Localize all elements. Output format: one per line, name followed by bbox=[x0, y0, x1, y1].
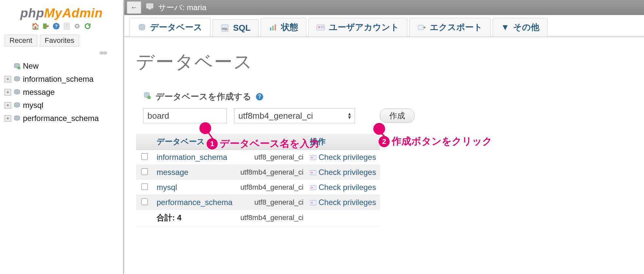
tab-recent[interactable]: Recent bbox=[5, 35, 37, 46]
chevron-down-icon: ▼ bbox=[501, 23, 509, 32]
db-icon bbox=[14, 76, 20, 82]
expand-icon[interactable]: + bbox=[5, 76, 11, 82]
left-sidebar: phpMyAdmin 🏠 ? ⚙ Recent Favorites bbox=[0, 0, 124, 274]
create-button[interactable]: 作成 bbox=[380, 109, 415, 123]
row-checkbox[interactable] bbox=[141, 183, 148, 190]
svg-rect-23 bbox=[275, 25, 276, 30]
tab-label: SQL bbox=[233, 23, 250, 33]
svg-rect-22 bbox=[272, 26, 274, 30]
tree-item-label: information_schema bbox=[23, 75, 93, 84]
svg-rect-38 bbox=[310, 200, 316, 205]
svg-rect-28 bbox=[418, 25, 423, 30]
row-collation: utf8mb4_general_ci bbox=[236, 180, 306, 195]
tab-export[interactable]: エクスポート bbox=[409, 18, 491, 36]
db-link[interactable]: mysql bbox=[157, 183, 177, 192]
tree-item[interactable]: + mysql bbox=[5, 99, 123, 112]
collation-select[interactable]: utf8mb4_general_ci bbox=[234, 108, 355, 123]
gear-icon[interactable]: ⚙ bbox=[73, 22, 81, 30]
expand-icon[interactable]: + bbox=[5, 115, 11, 122]
main-tabs: データベース SQL SQL 状態 ユーザアカウント bbox=[124, 15, 644, 37]
reload-icon[interactable] bbox=[84, 22, 92, 30]
home-icon[interactable]: 🏠 bbox=[31, 22, 39, 30]
new-db-icon: + bbox=[143, 92, 151, 102]
svg-point-37 bbox=[311, 187, 313, 189]
tree-item[interactable]: + performance_schema bbox=[5, 112, 123, 125]
row-collation: utf8_general_ci bbox=[236, 150, 306, 165]
check-privileges-link[interactable]: Check privileges bbox=[318, 153, 376, 162]
row-checkbox[interactable] bbox=[141, 153, 148, 160]
annotation-badge-1: 1 bbox=[207, 138, 218, 149]
tree-item[interactable]: + information_schema bbox=[5, 73, 123, 86]
annotation-badge-2: 2 bbox=[379, 136, 390, 147]
svg-text:+: + bbox=[148, 96, 150, 99]
tab-label: 状態 bbox=[281, 22, 298, 33]
row-checkbox[interactable] bbox=[141, 198, 148, 205]
brand-logo: phpMyAdmin bbox=[0, 6, 123, 20]
db-icon bbox=[14, 89, 20, 95]
table-total-row: 合計: 4 utf8mb4_general_ci bbox=[136, 210, 380, 226]
brand-part2: MyAdmin bbox=[44, 6, 103, 20]
export-icon bbox=[417, 23, 426, 32]
docs-icon[interactable] bbox=[63, 22, 71, 30]
check-privileges-link[interactable]: Check privileges bbox=[318, 168, 376, 177]
svg-point-8 bbox=[103, 51, 107, 55]
create-db-label: データベースを作成する bbox=[156, 91, 251, 102]
svg-rect-34 bbox=[310, 170, 316, 175]
svg-rect-36 bbox=[310, 185, 316, 190]
table-row: performance_schema utf8_general_ci Check… bbox=[136, 195, 380, 210]
server-bar: ← サーバ: maria bbox=[124, 0, 644, 15]
main-panel: ← サーバ: maria データベース SQL SQL bbox=[124, 0, 644, 274]
expand-icon[interactable]: + bbox=[5, 102, 11, 109]
sidebar-toolbar: 🏠 ? ⚙ bbox=[0, 22, 123, 30]
privileges-icon bbox=[310, 155, 316, 160]
annotation-text-2: 作成ボタンをクリック bbox=[392, 135, 492, 148]
db-link[interactable]: information_schema bbox=[157, 153, 227, 162]
database-icon bbox=[138, 23, 146, 32]
svg-point-33 bbox=[311, 157, 313, 159]
tree-new[interactable]: + New bbox=[5, 60, 123, 73]
svg-rect-32 bbox=[310, 155, 316, 160]
tree-item[interactable]: + message bbox=[5, 86, 123, 99]
content: データベース + データベースを作成する ? utf8mb4_general_c… bbox=[124, 37, 644, 226]
total-collation: utf8mb4_general_ci bbox=[236, 210, 306, 226]
tab-databases[interactable]: データベース bbox=[129, 18, 211, 36]
db-icon bbox=[14, 115, 20, 122]
tab-status[interactable]: 状態 bbox=[261, 18, 306, 36]
tree-new-label: New bbox=[23, 61, 39, 71]
privileges-icon bbox=[310, 200, 316, 205]
tab-more[interactable]: ▼ その他 bbox=[493, 18, 548, 36]
row-checkbox[interactable] bbox=[141, 168, 148, 175]
tab-users[interactable]: ユーザアカウント bbox=[308, 18, 407, 36]
privileges-icon bbox=[310, 185, 316, 190]
collapse-all-icon[interactable] bbox=[0, 50, 123, 57]
svg-rect-27 bbox=[321, 27, 324, 28]
check-privileges-link[interactable]: Check privileges bbox=[318, 198, 376, 207]
sql-icon: SQL bbox=[221, 24, 229, 32]
back-button[interactable]: ← bbox=[127, 1, 141, 14]
help-icon[interactable]: ? bbox=[52, 22, 60, 30]
db-link[interactable]: performance_schema bbox=[157, 198, 232, 207]
tab-label: データベース bbox=[150, 22, 202, 33]
check-privileges-link[interactable]: Check privileges bbox=[318, 183, 376, 192]
svg-rect-26 bbox=[321, 26, 324, 27]
users-icon bbox=[316, 23, 325, 32]
db-name-input[interactable] bbox=[143, 108, 227, 123]
db-icon bbox=[14, 102, 20, 109]
svg-rect-17 bbox=[148, 8, 151, 9]
svg-point-25 bbox=[318, 26, 320, 28]
exit-icon[interactable] bbox=[42, 22, 50, 30]
svg-point-35 bbox=[311, 172, 313, 174]
annotation-2: 2 作成ボタンをクリック bbox=[379, 135, 492, 148]
tab-favorites[interactable]: Favorites bbox=[40, 35, 79, 46]
page-title: データベース bbox=[136, 50, 632, 75]
annotation-1: 1 データベース名を入力 bbox=[207, 137, 319, 150]
db-tree: + New + information_schema + bbox=[0, 60, 123, 125]
create-db-form: utf8mb4_general_ci ▲▼ 作成 bbox=[136, 108, 632, 123]
expand-icon[interactable]: + bbox=[5, 89, 11, 95]
tab-sql[interactable]: SQL SQL bbox=[212, 19, 259, 36]
server-label: サーバ: maria bbox=[158, 2, 206, 13]
svg-text:+: + bbox=[18, 67, 20, 69]
new-db-icon: + bbox=[14, 63, 20, 69]
db-link[interactable]: message bbox=[157, 168, 188, 177]
help-icon[interactable]: ? bbox=[256, 93, 263, 100]
